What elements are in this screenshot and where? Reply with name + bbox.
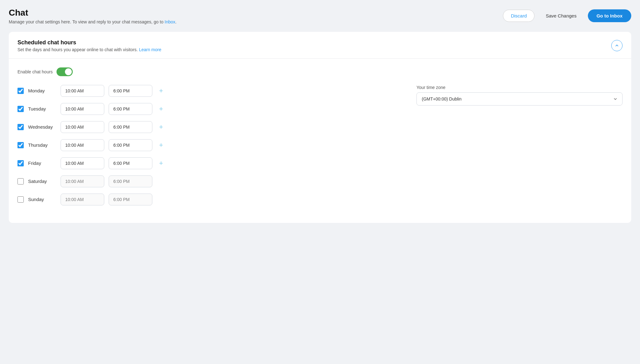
day-checkbox-monday[interactable] (17, 88, 24, 94)
card-subtitle: Set the days and hours you appear online… (17, 47, 161, 52)
card-title: Scheduled chat hours (17, 39, 161, 46)
scheduled-hours-card: Scheduled chat hours Set the days and ho… (9, 32, 631, 223)
start-time-sunday (61, 194, 104, 205)
chevron-up-icon (614, 43, 619, 48)
start-time-friday[interactable] (61, 157, 104, 169)
day-label-sunday: Sunday (28, 197, 56, 202)
days-section: Monday+Tuesday+Wednesday+Thursday+Friday… (17, 85, 404, 212)
day-checkbox-thursday[interactable] (17, 142, 24, 148)
day-row: Saturday (17, 175, 404, 187)
page-title: Chat (9, 7, 177, 18)
enable-toggle[interactable]: ✓ (57, 67, 73, 76)
day-checkbox-sunday[interactable] (17, 196, 24, 203)
end-time-sunday (109, 194, 152, 205)
header-left: Chat Manage your chat settings here. To … (9, 7, 177, 24)
day-label-friday: Friday (28, 160, 56, 166)
day-row: Monday+ (17, 85, 404, 97)
page-header: Chat Manage your chat settings here. To … (9, 7, 631, 24)
day-row: Thursday+ (17, 139, 404, 151)
add-time-monday[interactable]: + (157, 86, 165, 95)
add-time-tuesday[interactable]: + (157, 105, 165, 113)
day-label-thursday: Thursday (28, 142, 56, 148)
start-time-tuesday[interactable] (61, 103, 104, 115)
start-time-thursday[interactable] (61, 139, 104, 151)
day-row: Sunday (17, 194, 404, 205)
start-time-saturday (61, 175, 104, 187)
schedule-main: Monday+Tuesday+Wednesday+Thursday+Friday… (17, 85, 623, 212)
day-label-saturday: Saturday (28, 179, 56, 184)
timezone-section: Your time zone (GMT+00:00) Dublin(GMT+00… (416, 85, 623, 212)
start-time-monday[interactable] (61, 85, 104, 97)
toggle-slider: ✓ (57, 67, 73, 76)
add-time-thursday[interactable]: + (157, 141, 165, 150)
page-subtitle: Manage your chat settings here. To view … (9, 19, 177, 24)
timezone-label: Your time zone (416, 85, 623, 90)
go-to-inbox-button[interactable]: Go to Inbox (588, 9, 631, 22)
card-header: Scheduled chat hours Set the days and ho… (9, 32, 631, 59)
discard-button[interactable]: Discard (503, 10, 534, 22)
card-body: Enable chat hours ✓ Monday+Tuesday+Wedne… (9, 59, 631, 223)
day-checkbox-wednesday[interactable] (17, 124, 24, 130)
add-time-friday[interactable]: + (157, 159, 165, 168)
day-checkbox-saturday[interactable] (17, 178, 24, 184)
day-label-wednesday: Wednesday (28, 124, 56, 130)
inbox-link[interactable]: Inbox (165, 19, 175, 24)
save-changes-button[interactable]: Save Changes (538, 10, 584, 22)
day-checkbox-tuesday[interactable] (17, 106, 24, 112)
day-checkbox-friday[interactable] (17, 160, 24, 166)
end-time-monday[interactable] (109, 85, 152, 97)
collapse-button[interactable] (611, 40, 623, 51)
start-time-wednesday[interactable] (61, 121, 104, 133)
learn-more-link[interactable]: Learn more (139, 47, 161, 52)
day-row: Wednesday+ (17, 121, 404, 133)
day-row: Tuesday+ (17, 103, 404, 115)
day-label-monday: Monday (28, 88, 56, 93)
enable-label: Enable chat hours (17, 69, 53, 74)
day-row: Friday+ (17, 157, 404, 169)
end-time-tuesday[interactable] (109, 103, 152, 115)
end-time-friday[interactable] (109, 157, 152, 169)
day-label-tuesday: Tuesday (28, 106, 56, 111)
card-header-text: Scheduled chat hours Set the days and ho… (17, 39, 161, 52)
timezone-select[interactable]: (GMT+00:00) Dublin(GMT+00:00) London(GMT… (416, 92, 623, 106)
header-actions: Discard Save Changes Go to Inbox (503, 9, 631, 22)
end-time-wednesday[interactable] (109, 121, 152, 133)
end-time-thursday[interactable] (109, 139, 152, 151)
enable-row: Enable chat hours ✓ (17, 67, 623, 76)
end-time-saturday (109, 175, 152, 187)
add-time-wednesday[interactable]: + (157, 123, 165, 131)
